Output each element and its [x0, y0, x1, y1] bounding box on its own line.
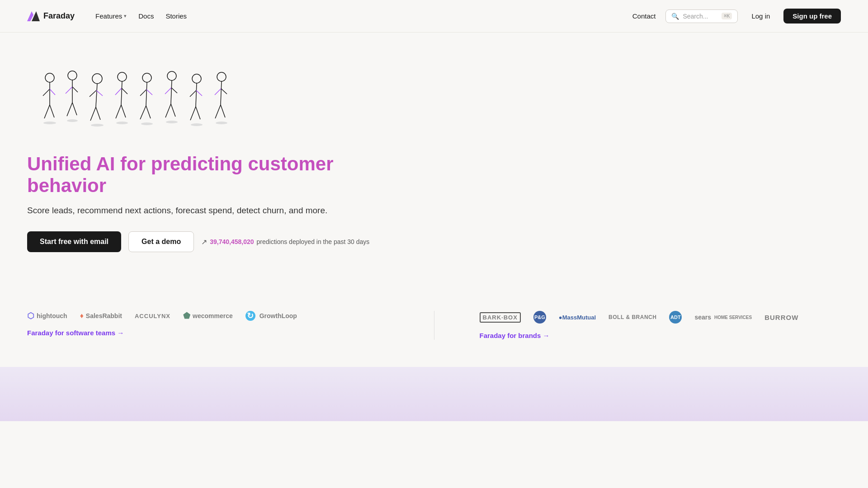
nav-docs[interactable]: Docs: [134, 9, 158, 23]
svg-line-41: [196, 90, 202, 96]
growthloop-icon: ↻: [245, 311, 255, 321]
svg-line-15: [96, 84, 97, 107]
hero-subtitle: Score leads, recommend next actions, for…: [27, 204, 407, 217]
svg-line-33: [171, 80, 172, 104]
svg-point-8: [68, 71, 77, 80]
logo-massmutual: ●MassMutual: [559, 314, 596, 321]
adt-icon: ADT: [669, 311, 682, 324]
svg-line-19: [96, 107, 100, 120]
brands-logos: BARK·BOX P&G ●MassMutual BOLL & BRANCH A…: [480, 311, 841, 340]
hightouch-icon: ⬡: [27, 311, 34, 321]
hero-actions: Start free with email Get a demo ↗ 39,74…: [27, 231, 407, 252]
svg-line-37: [171, 104, 175, 117]
svg-line-5: [50, 89, 55, 95]
nav-features[interactable]: Features ▾: [91, 9, 131, 23]
search-box[interactable]: 🔍 Search... ⌘K: [665, 9, 738, 23]
svg-point-51: [67, 119, 78, 122]
login-button[interactable]: Log in: [743, 9, 778, 23]
start-free-button[interactable]: Start free with email: [27, 231, 121, 252]
search-placeholder: Search...: [683, 13, 708, 20]
search-shortcut: ⌘K: [722, 13, 732, 19]
nav-right: Contact 🔍 Search... ⌘K Log in Sign up fr…: [628, 9, 841, 23]
trend-icon: ↗: [201, 238, 207, 246]
signup-button[interactable]: Sign up free: [783, 9, 841, 23]
svg-line-47: [221, 89, 227, 94]
logos-section: ⬡ hightouch ♦ SalesRabbit ACCULYNX ⬟ wec…: [0, 288, 868, 358]
navbar: Faraday Features ▾ Docs Stories Contact …: [0, 0, 868, 33]
svg-point-44: [217, 72, 226, 81]
predictions-count: 39,740,458,020: [210, 238, 254, 245]
bottom-section: [0, 367, 868, 421]
svg-point-32: [167, 71, 176, 80]
svg-line-22: [115, 88, 122, 95]
svg-point-2: [45, 73, 54, 82]
svg-line-17: [96, 90, 103, 96]
pg-icon: P&G: [533, 311, 546, 324]
svg-line-39: [196, 83, 197, 107]
svg-line-43: [196, 107, 200, 119]
svg-line-25: [121, 105, 126, 117]
software-teams-logos: ⬡ hightouch ♦ SalesRabbit ACCULYNX ⬟ wec…: [27, 311, 389, 340]
brands-link[interactable]: Faraday for brands →: [480, 332, 550, 339]
logo-growthloop: ↻ GrowthLoop: [245, 311, 297, 321]
svg-line-16: [90, 90, 96, 97]
svg-line-49: [221, 105, 225, 117]
software-logos-row: ⬡ hightouch ♦ SalesRabbit ACCULYNX ⬟ wec…: [27, 311, 389, 321]
salesrabbit-icon: ♦: [80, 312, 84, 320]
brands-logos-row: BARK·BOX P&G ●MassMutual BOLL & BRANCH A…: [480, 311, 841, 324]
svg-line-12: [67, 103, 72, 116]
svg-point-26: [142, 73, 151, 82]
hero-section: Unified AI for predicting customer behav…: [0, 33, 434, 288]
search-icon: 🔍: [671, 13, 679, 20]
svg-line-30: [140, 106, 146, 119]
logo-acculynx: ACCULYNX: [135, 313, 170, 319]
svg-line-40: [190, 90, 196, 97]
svg-line-7: [50, 105, 54, 117]
svg-line-13: [72, 103, 77, 115]
svg-line-11: [72, 87, 78, 92]
svg-point-55: [166, 121, 178, 123]
logo-adt: ADT: [669, 311, 682, 324]
logo-barkbox: BARK·BOX: [480, 312, 521, 323]
logo-wecommerce: ⬟ wecommerce: [183, 311, 233, 321]
logos-divider: [434, 311, 434, 340]
logo-pg: P&G: [533, 311, 546, 324]
wecommerce-icon: ⬟: [183, 311, 190, 321]
svg-point-50: [43, 122, 56, 124]
nav-left: Faraday Features ▾ Docs Stories: [27, 9, 191, 23]
svg-line-34: [165, 88, 171, 94]
svg-line-27: [146, 82, 147, 106]
nav-links: Features ▾ Docs Stories: [91, 9, 191, 23]
hero-title: Unified AI for predicting customer behav…: [27, 153, 407, 197]
svg-line-31: [146, 106, 151, 118]
logo[interactable]: Faraday: [27, 11, 75, 21]
get-demo-button[interactable]: Get a demo: [128, 231, 194, 252]
svg-line-23: [122, 88, 127, 94]
svg-line-29: [146, 89, 152, 95]
svg-point-56: [191, 123, 203, 126]
svg-point-54: [141, 122, 153, 125]
svg-line-35: [171, 88, 177, 93]
svg-line-28: [140, 89, 146, 96]
svg-point-20: [118, 72, 127, 81]
svg-line-6: [44, 105, 50, 118]
logo-boll-branch: BOLL & BRANCH: [609, 314, 656, 320]
hero-illustration: [27, 60, 244, 139]
svg-point-38: [192, 74, 201, 83]
predictions-badge: ↗ 39,740,458,020 predictions deployed in…: [201, 238, 369, 246]
svg-line-45: [221, 81, 222, 105]
nav-stories[interactable]: Stories: [161, 9, 191, 23]
software-teams-link[interactable]: Faraday for software teams →: [27, 329, 124, 337]
svg-line-36: [165, 104, 171, 117]
nav-contact[interactable]: Contact: [628, 9, 660, 23]
svg-line-24: [116, 105, 121, 118]
logo-text: Faraday: [43, 11, 75, 21]
svg-line-46: [215, 89, 221, 95]
svg-point-14: [92, 74, 102, 84]
svg-marker-1: [32, 11, 40, 21]
logo-salesrabbit: ♦ SalesRabbit: [80, 312, 122, 320]
svg-line-4: [43, 89, 50, 96]
svg-line-18: [90, 107, 96, 121]
svg-line-10: [66, 87, 72, 94]
logo-burrow: BURROW: [764, 314, 798, 321]
